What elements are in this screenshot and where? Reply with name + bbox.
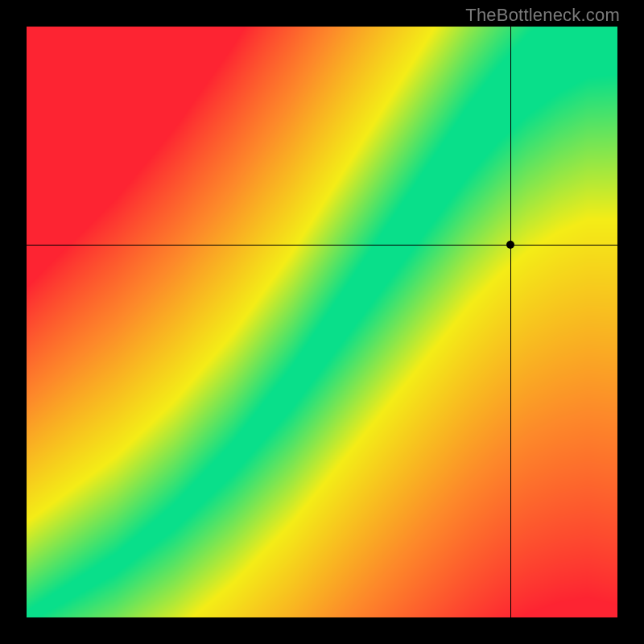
- crosshair-horizontal: [27, 245, 617, 246]
- watermark-text: TheBottleneck.com: [465, 5, 620, 26]
- selection-marker: [506, 241, 514, 249]
- crosshair-vertical: [510, 27, 511, 617]
- heatmap-plot: [27, 27, 617, 617]
- outer-frame: TheBottleneck.com: [0, 0, 644, 644]
- heatmap-canvas: [27, 27, 617, 617]
